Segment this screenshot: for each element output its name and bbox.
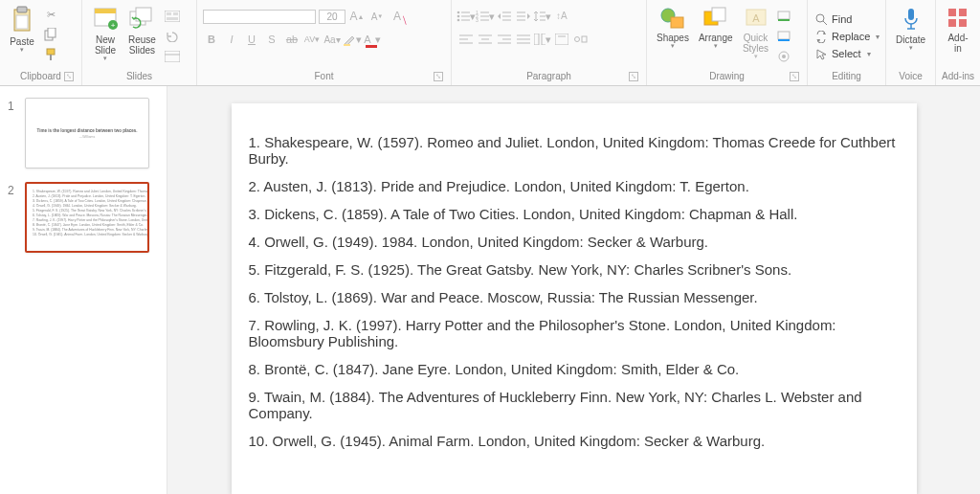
group-title-clipboard: Clipboard⤡ bbox=[6, 69, 76, 85]
svg-rect-63 bbox=[712, 8, 725, 21]
addins-button[interactable]: Add-in bbox=[942, 4, 974, 56]
font-name-input[interactable] bbox=[203, 10, 316, 24]
columns-button[interactable]: ▾ bbox=[534, 31, 551, 48]
line-spacing-button[interactable]: ▾ bbox=[534, 8, 551, 25]
increase-font-button[interactable]: A▲ bbox=[348, 8, 366, 25]
dialog-launcher-icon[interactable]: ⤡ bbox=[629, 72, 638, 81]
svg-rect-74 bbox=[908, 9, 914, 20]
fill-icon bbox=[777, 11, 791, 22]
replace-icon bbox=[815, 31, 828, 43]
align-left-button[interactable] bbox=[457, 31, 475, 48]
group-title-font: Font⤡ bbox=[203, 69, 445, 85]
italic-button[interactable]: I bbox=[223, 31, 240, 48]
group-title-slides: Slides bbox=[88, 69, 190, 85]
svg-rect-17 bbox=[165, 51, 180, 62]
svg-point-20 bbox=[457, 11, 460, 14]
change-case-button[interactable]: Aa▾ bbox=[323, 31, 341, 48]
group-drawing: Shapes ▾ Arrange ▾ A Quick Styles ▾ Draw… bbox=[647, 0, 808, 85]
decrease-font-button[interactable]: A▼ bbox=[368, 8, 386, 25]
font-size-input[interactable] bbox=[319, 10, 345, 24]
highlight-button[interactable]: ▾ bbox=[344, 31, 361, 48]
reference-item: 2. Austen, J. (1813). Pride and Prejudic… bbox=[249, 178, 900, 194]
bullets-button[interactable]: ▾ bbox=[457, 8, 475, 25]
shape-effects-button[interactable] bbox=[775, 48, 792, 65]
group-font: A▲ A▼ A⧹ B I U S ab AV▾ Aa▾ ▾ A▾ Font⤡ bbox=[197, 0, 452, 85]
dictate-button[interactable]: Dictate ▾ bbox=[892, 4, 929, 53]
addins-icon bbox=[946, 6, 970, 31]
decrease-indent-button[interactable] bbox=[496, 8, 513, 25]
paste-button[interactable]: Paste ▾ bbox=[6, 4, 38, 55]
format-painter-button[interactable] bbox=[42, 46, 59, 63]
cut-button[interactable]: ✂ bbox=[42, 6, 59, 23]
section-icon bbox=[165, 51, 180, 62]
new-slide-button[interactable]: + New Slide ▾ bbox=[88, 4, 122, 63]
thumb1-subtitle: —Williams bbox=[79, 135, 96, 139]
group-title-editing: Editing bbox=[813, 69, 880, 85]
arrange-button[interactable]: Arrange ▾ bbox=[695, 4, 737, 51]
reset-icon bbox=[166, 31, 179, 42]
reference-item: 8. Brontë, C. (1847). Jane Eyre. London,… bbox=[249, 361, 900, 377]
increase-indent-button[interactable] bbox=[515, 8, 532, 25]
workspace: 1 Time is the longest distance between t… bbox=[0, 86, 980, 494]
bold-button[interactable]: B bbox=[203, 31, 220, 48]
layout-icon bbox=[165, 11, 180, 22]
shapes-icon bbox=[659, 6, 686, 31]
svg-rect-2 bbox=[16, 15, 28, 29]
select-button[interactable]: Select▾ bbox=[813, 47, 873, 61]
thumbnail-row[interactable]: 2 1. Shakespeare, W. (1597). Romeo and J… bbox=[0, 178, 167, 262]
quick-styles-button[interactable]: A Quick Styles ▾ bbox=[739, 4, 773, 61]
dialog-launcher-icon[interactable]: ⤡ bbox=[790, 72, 799, 81]
thumbnail-row[interactable]: 1 Time is the longest distance between t… bbox=[0, 94, 167, 178]
svg-rect-66 bbox=[778, 11, 790, 19]
reuse-slides-button[interactable]: Reuse Slides bbox=[124, 4, 160, 57]
svg-rect-54 bbox=[534, 34, 539, 45]
highlighter-icon bbox=[343, 33, 356, 46]
find-button[interactable]: Find bbox=[813, 12, 854, 27]
reference-item: 3. Dickens, C. (1859). A Tale of Two Cit… bbox=[249, 206, 900, 222]
align-center-button[interactable] bbox=[477, 31, 494, 48]
svg-rect-5 bbox=[47, 49, 55, 55]
chevron-down-icon: ▾ bbox=[714, 43, 718, 49]
reset-button[interactable] bbox=[164, 28, 181, 45]
clear-formatting-button[interactable]: A⧹ bbox=[389, 8, 406, 25]
svg-rect-78 bbox=[959, 9, 967, 16]
font-color-button[interactable]: A▾ bbox=[364, 31, 381, 48]
slide-thumbnail-2[interactable]: 1. Shakespeare, W. (1597). Romeo and Jul… bbox=[25, 182, 149, 253]
slide-canvas[interactable]: 1. Shakespeare, W. (1597). Romeo and Jul… bbox=[232, 103, 917, 494]
microphone-icon bbox=[900, 6, 923, 33]
align-right-button[interactable] bbox=[496, 31, 513, 48]
underline-button[interactable]: U bbox=[243, 31, 260, 48]
group-paragraph: ▾ 123▾ ▾ ↕A ▾ Paragraph⤡ bbox=[452, 0, 647, 85]
justify-button[interactable] bbox=[515, 31, 532, 48]
dialog-launcher-icon[interactable]: ⤡ bbox=[434, 72, 443, 81]
svg-rect-16 bbox=[167, 17, 178, 20]
quick-styles-icon: A bbox=[743, 6, 769, 31]
dialog-launcher-icon[interactable]: ⤡ bbox=[64, 72, 74, 81]
slide-thumbnail-1[interactable]: Time is the longest distance between two… bbox=[25, 98, 149, 168]
paintbrush-icon bbox=[44, 48, 57, 61]
slide-thumbnail-panel: 1 Time is the longest distance between t… bbox=[0, 86, 167, 494]
svg-rect-80 bbox=[959, 19, 967, 27]
section-button[interactable] bbox=[164, 48, 181, 65]
shapes-button[interactable]: Shapes ▾ bbox=[653, 4, 693, 51]
replace-button[interactable]: Replace▾ bbox=[813, 30, 881, 44]
smartart-button[interactable] bbox=[572, 31, 590, 48]
layout-button[interactable] bbox=[164, 8, 181, 25]
svg-rect-14 bbox=[167, 12, 171, 15]
numbering-button[interactable]: 123▾ bbox=[477, 8, 494, 25]
svg-rect-56 bbox=[555, 34, 568, 45]
shape-outline-button[interactable] bbox=[775, 28, 792, 45]
text-direction-button[interactable]: ↕A bbox=[553, 8, 570, 25]
shadow-button[interactable]: S bbox=[263, 31, 280, 48]
strikethrough-button[interactable]: ab bbox=[283, 31, 301, 48]
align-text-button[interactable] bbox=[553, 31, 570, 48]
slide-editor: 1. Shakespeare, W. (1597). Romeo and Jul… bbox=[167, 86, 980, 494]
svg-point-71 bbox=[782, 55, 786, 58]
copy-icon bbox=[44, 28, 57, 41]
char-spacing-button[interactable]: AV▾ bbox=[303, 31, 321, 48]
svg-rect-77 bbox=[948, 9, 956, 16]
shape-fill-button[interactable] bbox=[775, 8, 792, 25]
svg-text:↕A: ↕A bbox=[556, 11, 568, 21]
select-label: Select bbox=[832, 48, 861, 59]
copy-button[interactable] bbox=[42, 26, 59, 43]
